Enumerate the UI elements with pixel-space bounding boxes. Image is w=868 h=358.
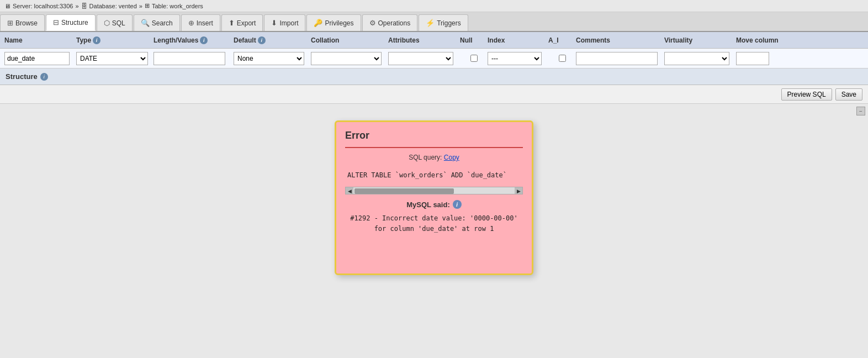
tab-sql-label: SQL	[112, 19, 125, 27]
collapse-icon[interactable]: −	[856, 107, 865, 115]
triggers-icon: ⚡	[426, 19, 435, 27]
field-input-row: DATE None ---	[0, 49, 868, 69]
tab-import[interactable]: ⬇ Import	[264, 14, 305, 31]
col-attributes-label: Attributes	[388, 36, 420, 44]
field-attributes-select[interactable]	[388, 52, 453, 65]
error-message: #1292 - Incorrect date value: '0000-00-0…	[345, 213, 523, 234]
error-message-line2: for column 'due_date' at row 1	[345, 224, 523, 234]
sql-icon: ⬡	[104, 19, 110, 27]
col-null-label: Null	[460, 36, 473, 44]
col-collation-label: Collation	[311, 36, 339, 44]
col-virtuality-label: Virtuality	[664, 36, 692, 44]
server-label: Server: localhost:3306	[13, 3, 73, 9]
scrollbar-right-arrow[interactable]: ▶	[515, 187, 522, 194]
sql-query-label: SQL query:	[409, 154, 442, 161]
col-length-label: Length/Values	[154, 36, 198, 44]
mysql-said-line: MySQL said: i	[345, 200, 523, 209]
search-icon: 🔍	[141, 19, 150, 27]
structure-info-icon[interactable]: i	[40, 73, 48, 81]
col-comments-label: Comments	[576, 36, 610, 44]
table-icon: ⊞	[145, 2, 150, 9]
tab-operations[interactable]: ⚙ Operations	[362, 14, 418, 31]
field-null-checkbox[interactable]	[470, 55, 478, 62]
mysql-said-label: MySQL said:	[406, 201, 450, 209]
tab-privileges-label: Privileges	[325, 19, 353, 27]
field-move-input[interactable]	[736, 52, 769, 65]
save-button[interactable]: Save	[835, 88, 862, 101]
tab-operations-label: Operations	[378, 19, 411, 27]
field-length-input[interactable]	[154, 52, 225, 65]
tab-sql[interactable]: ⬡ SQL	[97, 14, 133, 31]
import-icon: ⬇	[271, 19, 277, 27]
col-name-label: Name	[4, 36, 23, 44]
field-comments-input[interactable]	[576, 52, 658, 65]
tab-browse[interactable]: ⊞ Browse	[0, 14, 45, 31]
type-info-icon[interactable]: i	[93, 36, 100, 44]
field-type-select[interactable]: DATE	[76, 52, 148, 65]
main-content: − Error SQL query: Copy ALTER TABLE `wor…	[0, 104, 868, 358]
tab-privileges[interactable]: 🔑 Privileges	[306, 14, 361, 31]
preview-sql-button[interactable]: Preview SQL	[781, 88, 832, 101]
field-name-input[interactable]	[4, 52, 70, 65]
structure-section-label: Structure	[6, 72, 38, 81]
mysql-info-icon[interactable]: i	[453, 200, 462, 209]
col-default-label: Default	[234, 36, 256, 44]
table-label: Table: work_orders	[152, 3, 203, 9]
col-type-label: Type	[76, 36, 91, 44]
field-index-select[interactable]: ---	[488, 52, 542, 65]
insert-icon: ⊕	[188, 19, 194, 27]
database-icon: 🗄	[81, 3, 87, 9]
tab-browse-label: Browse	[15, 19, 38, 27]
action-row: Preview SQL Save	[0, 85, 868, 104]
tab-structure[interactable]: ⊟ Structure	[46, 14, 96, 31]
tab-insert-label: Insert	[197, 19, 213, 27]
export-icon: ⬆	[229, 19, 235, 27]
database-label: Database: vented	[89, 3, 137, 9]
col-move-label: Move column	[736, 36, 779, 44]
length-info-icon[interactable]: i	[200, 36, 208, 44]
scrollbar-thumb[interactable]	[354, 188, 454, 194]
col-index-label: Index	[488, 36, 505, 44]
default-info-icon[interactable]: i	[258, 36, 266, 44]
scrollbar-left-arrow[interactable]: ◀	[346, 187, 353, 194]
operations-icon: ⚙	[369, 19, 376, 27]
server-icon: 🖥	[4, 3, 10, 9]
field-default-select[interactable]: None	[234, 52, 304, 65]
sql-code-area: ALTER TABLE `work_orders` ADD `due_date`	[345, 166, 523, 185]
sql-query-line: SQL query: Copy	[345, 154, 523, 161]
sql-scrollbar[interactable]: ◀ ▶	[345, 187, 523, 194]
tab-export-label: Export	[237, 19, 256, 27]
tab-search[interactable]: 🔍 Search	[134, 14, 180, 31]
copy-link[interactable]: Copy	[444, 154, 459, 161]
field-ai-checkbox[interactable]	[559, 55, 566, 62]
tab-import-label: Import	[279, 19, 298, 27]
tab-insert[interactable]: ⊕ Insert	[181, 14, 220, 31]
error-message-line1: #1292 - Incorrect date value: '0000-00-0…	[345, 213, 523, 224]
col-ai-label: A_I	[548, 36, 559, 44]
tab-search-label: Search	[152, 19, 173, 27]
error-dialog: Error SQL query: Copy ALTER TABLE `work_…	[335, 120, 533, 275]
tab-structure-label: Structure	[61, 19, 88, 27]
title-bar: 🖥 Server: localhost:3306 » 🗄 Database: v…	[0, 0, 868, 12]
tab-triggers-label: Triggers	[437, 19, 461, 27]
privileges-icon: 🔑	[314, 19, 322, 27]
column-headers: Name Type i Length/Values i Default i Co…	[0, 32, 868, 49]
field-collation-select[interactable]	[311, 52, 382, 65]
structure-section-row: Structure i	[0, 69, 868, 85]
sql-code-text: ALTER TABLE `work_orders` ADD `due_date`	[347, 171, 507, 179]
tab-triggers[interactable]: ⚡ Triggers	[419, 14, 468, 31]
structure-icon: ⊟	[53, 18, 59, 27]
error-title: Error	[345, 130, 523, 141]
tab-export[interactable]: ⬆ Export	[221, 14, 263, 31]
error-divider	[345, 147, 523, 148]
browse-icon: ⊞	[7, 19, 13, 27]
field-virtuality-select[interactable]	[664, 52, 729, 65]
tab-bar: ⊞ Browse ⊟ Structure ⬡ SQL 🔍 Search ⊕ In…	[0, 12, 868, 32]
